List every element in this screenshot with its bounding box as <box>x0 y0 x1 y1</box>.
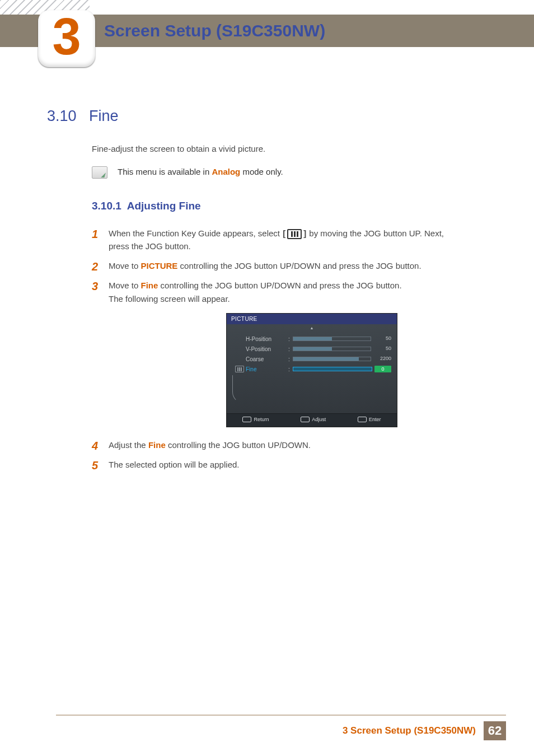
footer-title: 3 Screen Setup (S19C350NW) <box>343 725 476 736</box>
osd-row: Coarse:2200 <box>233 354 391 364</box>
osd-footer: Return Adjust Enter <box>227 413 397 427</box>
chapter-title: Screen Setup (S19C350NW) <box>104 21 325 40</box>
osd-slider-track <box>293 337 371 341</box>
note-icon <box>92 166 107 179</box>
osd-adjust: Adjust <box>301 416 326 424</box>
page-footer: 3 Screen Setup (S19C350NW) 62 <box>56 715 506 740</box>
osd-enter: Enter <box>358 416 381 424</box>
section-title: Fine <box>89 108 119 124</box>
chapter-number-box: 3 <box>38 10 95 67</box>
chapter-number: 3 <box>52 11 81 62</box>
osd-screenshot: PICTURE ▲ H-Position:50V-Position:50Coar… <box>226 313 397 427</box>
section-number: 3.10 <box>47 108 77 124</box>
step-3: Move to Fine controlling the JOG button … <box>92 279 461 427</box>
steps-list: When the Function Key Guide appears, sel… <box>92 227 461 472</box>
osd-slider-track <box>293 367 372 371</box>
note-text: This menu is available in Analog mode on… <box>118 165 283 178</box>
subsection-heading: 3.10.1 Adjusting Fine <box>92 198 461 214</box>
osd-row: H-Position:50 <box>233 334 391 344</box>
osd-row-value: 0 <box>374 366 391 372</box>
osd-row: Fine:0 <box>233 364 391 374</box>
step-5: The selected option will be applied. <box>92 458 461 471</box>
osd-row-label: H-Position <box>246 335 288 344</box>
note-row: This menu is available in Analog mode on… <box>92 165 461 179</box>
page-number: 62 <box>484 721 506 740</box>
osd-row-label: Fine <box>246 365 288 374</box>
menu-icon <box>287 229 302 239</box>
osd-row-label: Coarse <box>246 355 288 364</box>
selection-curve <box>232 375 243 403</box>
osd-title: PICTURE <box>227 314 397 325</box>
osd-row: V-Position:50 <box>233 344 391 354</box>
osd-row-value: 50 <box>371 345 391 353</box>
osd-row-label: V-Position <box>246 345 288 354</box>
step-4: Adjust the Fine controlling the JOG butt… <box>92 438 461 451</box>
osd-slider-track <box>293 347 371 351</box>
up-arrow-icon: ▲ <box>227 324 397 332</box>
section-intro: Fine-adjust the screen to obtain a vivid… <box>92 142 461 155</box>
step-2: Move to PICTURE controlling the JOG butt… <box>92 259 461 272</box>
osd-row-value: 50 <box>371 335 391 343</box>
section-heading: 3.10 Fine <box>47 108 119 125</box>
osd-row-value: 2200 <box>371 355 391 363</box>
osd-slider-track <box>293 357 371 361</box>
osd-row-icon <box>233 366 246 372</box>
osd-return: Return <box>242 416 269 424</box>
step-1: When the Function Key Guide appears, sel… <box>92 227 461 253</box>
